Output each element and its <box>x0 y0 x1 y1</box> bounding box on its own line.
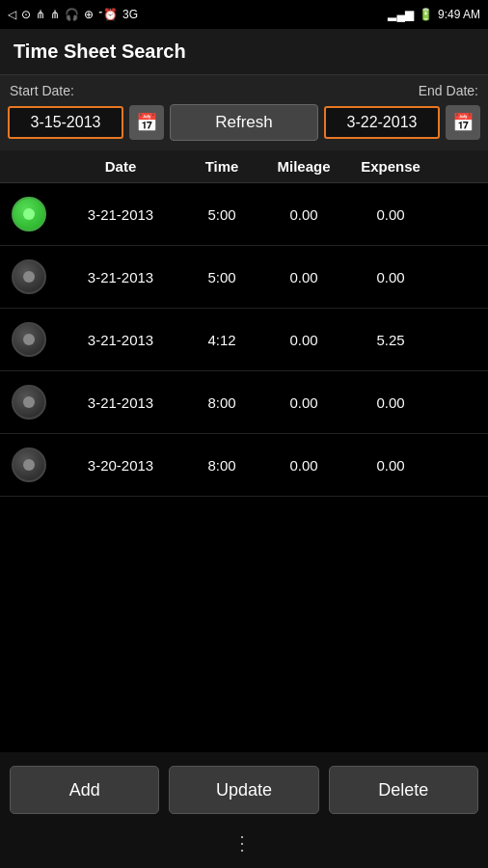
indicator-inner <box>23 208 35 220</box>
start-date-label: Start Date: <box>10 83 74 98</box>
row-mileage: 0.00 <box>260 269 347 285</box>
table-row[interactable]: 3-21-2013 4:12 0.00 5.25 <box>0 309 488 371</box>
page-title: Time Sheet Search <box>14 41 186 63</box>
table-row[interactable]: 3-21-2013 8:00 0.00 0.00 <box>0 371 488 434</box>
status-right: ▂▄▆ 🔋 9:49 AM <box>388 8 480 21</box>
bose-icon: ⊙ <box>21 8 31 21</box>
table-row[interactable]: 3-21-2013 5:00 0.00 0.00 <box>0 246 488 309</box>
row-mileage: 0.00 <box>260 457 347 474</box>
row-indicator <box>0 385 58 420</box>
status-indicator <box>12 448 46 482</box>
table-row[interactable]: 3-21-2013 5:00 0.00 0.00 <box>0 183 488 246</box>
indicator-inner <box>23 396 35 408</box>
status-indicator <box>12 385 46 420</box>
row-time: 5:00 <box>183 206 260 223</box>
action-buttons: Add Update Delete <box>0 752 488 827</box>
row-mileage: 0.00 <box>260 332 347 348</box>
status-bar: ◁ ⊙ ⋔ ⋔ 🎧 ⊕ 𝄻 ⏰ 3G ▂▄▆ 🔋 9:49 AM <box>0 0 488 29</box>
row-date: 3-21-2013 <box>58 332 183 348</box>
status-indicator <box>12 259 46 294</box>
date-labels: Start Date: End Date: <box>0 75 488 100</box>
row-time: 8:00 <box>183 394 260 411</box>
row-indicator <box>0 322 58 357</box>
row-date: 3-21-2013 <box>58 206 183 223</box>
status-indicator <box>12 197 46 231</box>
update-button[interactable]: Update <box>169 766 318 814</box>
alarm-icon: ⏰ <box>103 8 118 21</box>
indicator-inner <box>23 334 35 345</box>
status-left: ◁ ⊙ ⋔ ⋔ 🎧 ⊕ 𝄻 ⏰ 3G <box>8 8 138 21</box>
signal-bars-icon: ▂▄▆ <box>388 8 414 21</box>
indicator-inner <box>23 271 35 283</box>
end-date-input[interactable]: 3-22-2013 <box>324 106 440 139</box>
time-display: 9:49 AM <box>438 8 480 21</box>
row-indicator <box>0 259 58 294</box>
row-date: 3-21-2013 <box>58 394 183 411</box>
more-icon: ⋮ <box>232 831 256 854</box>
row-time: 8:00 <box>183 457 260 474</box>
row-expense: 0.00 <box>347 394 434 411</box>
nav-dots: ⋮ <box>232 831 256 854</box>
back-icon: ◁ <box>8 8 16 21</box>
row-expense: 0.00 <box>347 269 434 285</box>
end-date-label: End Date: <box>419 83 478 98</box>
row-indicator <box>0 448 58 482</box>
usb2-icon: ⋔ <box>50 8 60 21</box>
row-date: 3-20-2013 <box>58 457 183 474</box>
row-expense: 5.25 <box>347 332 434 348</box>
col-header-mileage: Mileage <box>260 158 347 175</box>
start-date-input[interactable]: 3-15-2013 <box>8 106 123 139</box>
row-date: 3-21-2013 <box>58 269 183 285</box>
indicator-inner <box>23 459 35 471</box>
network-icon: 3G <box>122 8 138 21</box>
row-indicator <box>0 197 58 231</box>
add-button[interactable]: Add <box>10 766 159 814</box>
row-expense: 0.00 <box>347 206 434 223</box>
table-body: 3-21-2013 5:00 0.00 0.00 3-21-2013 5:00 … <box>0 183 488 497</box>
title-bar: Time Sheet Search <box>0 29 488 75</box>
bottom-bar: Add Update Delete ⋮ <box>0 752 488 868</box>
usb-icon: ⋔ <box>36 8 45 21</box>
col-header-expense: Expense <box>347 158 434 175</box>
date-row: 3-15-2013 📅 Refresh 3-22-2013 📅 <box>0 100 488 150</box>
table-row[interactable]: 3-20-2013 8:00 0.00 0.00 <box>0 434 488 497</box>
col-header-time: Time <box>183 158 260 175</box>
refresh-button[interactable]: Refresh <box>170 104 318 141</box>
col-header-date: Date <box>58 158 183 175</box>
headphone-icon: 🎧 <box>65 8 79 21</box>
end-calendar-button[interactable]: 📅 <box>446 105 480 140</box>
row-mileage: 0.00 <box>260 394 347 411</box>
crosshair-icon: ⊕ <box>84 8 94 21</box>
row-mileage: 0.00 <box>260 206 347 223</box>
start-calendar-button[interactable]: 📅 <box>129 105 164 140</box>
delete-button[interactable]: Delete <box>329 766 478 814</box>
status-indicator <box>12 322 46 357</box>
row-time: 5:00 <box>183 269 260 285</box>
row-time: 4:12 <box>183 332 260 348</box>
battery-icon: 🔋 <box>419 8 433 21</box>
row-expense: 0.00 <box>347 457 434 474</box>
table-header: Date Time Mileage Expense <box>0 150 488 183</box>
